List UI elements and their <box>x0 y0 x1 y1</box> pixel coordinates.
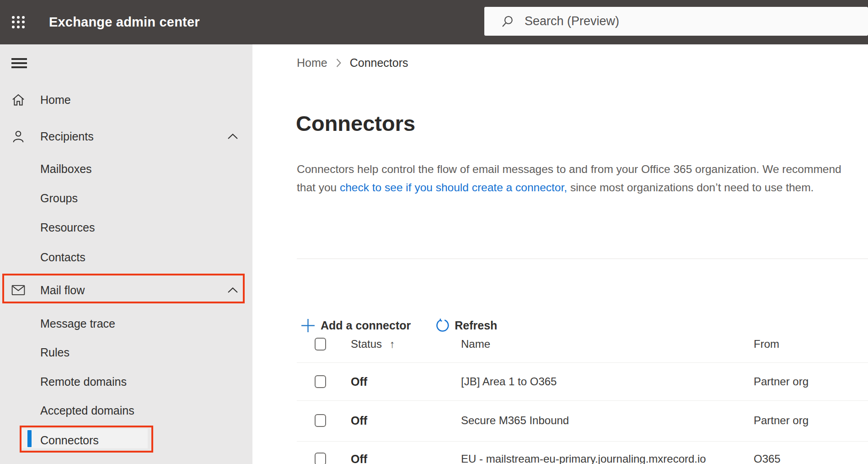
row-divider <box>297 400 868 401</box>
row-checkbox[interactable] <box>315 414 326 427</box>
add-connector-button[interactable]: Add a connector <box>300 318 411 333</box>
sidebar-item-label: Resources <box>40 221 95 234</box>
sidebar-item-groups[interactable]: Groups <box>0 185 252 211</box>
sidebar-item-message-trace[interactable]: Message trace <box>0 311 252 336</box>
row-checkbox[interactable] <box>315 375 326 388</box>
breadcrumb-chevron-icon <box>336 58 342 68</box>
connector-status: Off <box>351 414 367 427</box>
sidebar-item-label: Accepted domains <box>40 404 134 417</box>
sidebar-nav: Home Recipients Mailboxes Groups Resourc… <box>0 44 252 464</box>
sidebar-item-home[interactable]: Home <box>0 87 252 113</box>
connector-name: Secure M365 Inbound <box>461 414 569 427</box>
table-header-row: Status ↑ Name From <box>252 331 868 357</box>
annotation-box-mail-flow <box>2 274 245 303</box>
column-header-status[interactable]: Status <box>351 338 382 351</box>
person-icon <box>11 129 25 143</box>
sidebar-item-recipients[interactable]: Recipients <box>0 124 252 149</box>
plus-icon <box>300 318 316 333</box>
connector-status: Off <box>351 375 367 388</box>
sidebar-item-label: Message trace <box>40 317 115 330</box>
column-header-from[interactable]: From <box>754 338 779 351</box>
table-row[interactable]: Off [JB] Area 1 to O365 Partner org <box>252 369 868 394</box>
add-connector-label: Add a connector <box>321 319 411 332</box>
create-connector-check-link[interactable]: check to see if you should create a conn… <box>340 181 567 194</box>
sidebar-item-label: Rules <box>40 346 70 359</box>
connector-status: Off <box>351 453 367 464</box>
sidebar-item-rules[interactable]: Rules <box>0 340 252 365</box>
connector-name: EU - mailstream-eu-primary.journaling.mx… <box>461 453 706 464</box>
connector-from: Partner org <box>754 414 809 427</box>
table-header-divider <box>297 362 868 363</box>
page-description: Connectors help control the flow of emai… <box>297 160 856 197</box>
refresh-icon <box>435 318 450 333</box>
sidebar-item-accepted-domains[interactable]: Accepted domains <box>0 398 252 423</box>
main-content: Home Connectors Connectors Connectors he… <box>252 44 868 464</box>
row-divider <box>297 441 868 442</box>
toolbar-top-divider <box>297 259 868 259</box>
app-launcher-waffle-icon[interactable] <box>11 15 26 29</box>
column-header-name[interactable]: Name <box>461 338 490 351</box>
connector-name: [JB] Area 1 to O365 <box>461 375 557 388</box>
breadcrumb: Home Connectors <box>297 54 408 71</box>
home-icon <box>11 93 25 107</box>
annotation-box-connectors <box>20 426 153 453</box>
sidebar-item-label: Groups <box>40 192 78 205</box>
chevron-up-icon[interactable] <box>227 133 239 140</box>
breadcrumb-current: Connectors <box>350 56 408 70</box>
sidebar-item-label: Home <box>40 93 71 107</box>
breadcrumb-home-link[interactable]: Home <box>297 56 327 70</box>
table-row[interactable]: Off EU - mailstream-eu-primary.journalin… <box>252 446 868 464</box>
hamburger-menu-icon[interactable] <box>11 58 27 68</box>
connector-from: Partner org <box>754 375 809 388</box>
select-all-checkbox[interactable] <box>315 338 326 351</box>
exchange-admin-center-screen: Exchange admin center Home Recip <box>0 0 868 464</box>
sidebar-item-label: Recipients <box>40 130 94 143</box>
search-input[interactable] <box>514 7 868 36</box>
sidebar-item-resources[interactable]: Resources <box>0 215 252 240</box>
sidebar-item-label: Remote domains <box>40 375 127 388</box>
table-row[interactable]: Off Secure M365 Inbound Partner org <box>252 408 868 433</box>
page-title: Connectors <box>296 111 415 136</box>
row-checkbox[interactable] <box>315 453 326 464</box>
sidebar-item-remote-domains[interactable]: Remote domains <box>0 369 252 394</box>
sidebar-item-mailboxes[interactable]: Mailboxes <box>0 156 252 182</box>
sidebar-item-contacts[interactable]: Contacts <box>0 244 252 270</box>
connector-from: O365 <box>754 453 781 464</box>
search-icon <box>501 15 514 28</box>
sort-ascending-icon: ↑ <box>390 338 395 351</box>
app-title: Exchange admin center <box>49 0 200 44</box>
refresh-label: Refresh <box>455 319 497 332</box>
sidebar-item-label: Mailboxes <box>40 162 92 176</box>
sidebar-item-label: Contacts <box>40 251 86 264</box>
refresh-button[interactable]: Refresh <box>435 318 497 333</box>
top-app-bar: Exchange admin center <box>0 0 868 44</box>
description-text-after: since most organizations don’t need to u… <box>567 181 814 194</box>
search-box[interactable] <box>484 7 868 36</box>
